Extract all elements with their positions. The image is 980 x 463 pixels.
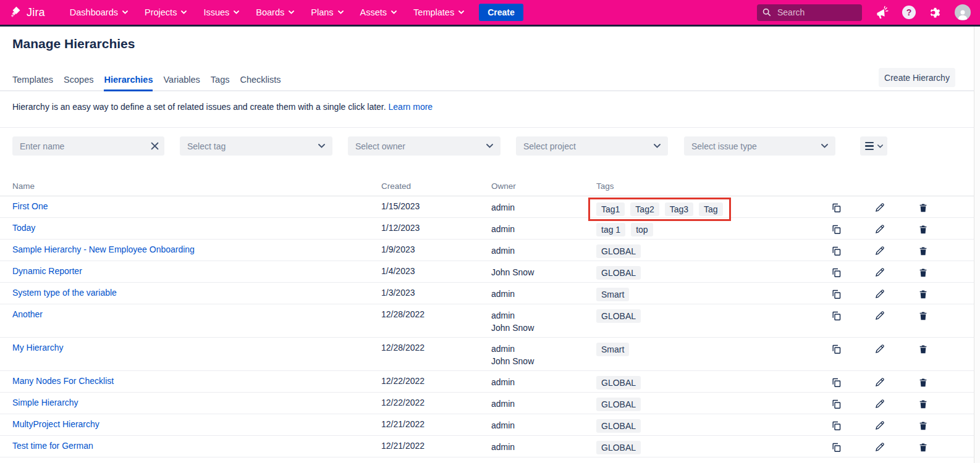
tags-cell: GLOBAL xyxy=(596,393,814,414)
chevron-down-icon xyxy=(338,10,344,14)
tag-group: tag 1top xyxy=(596,223,653,236)
page-description: Hierarchy is an easy way to define a set… xyxy=(12,102,433,112)
nav-item-templates[interactable]: Templates xyxy=(413,7,464,17)
tab-templates[interactable]: Templates xyxy=(12,75,53,90)
delete-button[interactable] xyxy=(915,440,932,454)
copy-button[interactable] xyxy=(827,440,845,454)
edit-cell xyxy=(858,304,902,337)
clear-name-button[interactable] xyxy=(151,142,159,150)
copy-button[interactable] xyxy=(827,396,845,411)
create-button[interactable]: Create xyxy=(479,4,523,21)
hierarchy-name-link[interactable]: Sample Hierarchy - New Employee Onboardi… xyxy=(12,244,195,254)
delete-button[interactable] xyxy=(915,341,932,356)
hierarchy-name-link[interactable]: Another xyxy=(12,309,43,319)
owner-cell: admin xyxy=(491,371,596,392)
hierarchy-name-link[interactable]: System type of the variable xyxy=(12,288,117,298)
delete-cell xyxy=(902,218,945,239)
issue-type-filter-select[interactable]: Select issue type xyxy=(684,136,835,156)
hierarchy-name-link[interactable]: Many Nodes For Checklist xyxy=(12,376,114,386)
edit-button[interactable] xyxy=(871,375,889,390)
tab-checklists[interactable]: Checklists xyxy=(240,75,281,90)
column-header-created: Created xyxy=(381,181,491,191)
user-avatar[interactable] xyxy=(955,4,971,20)
edit-button[interactable] xyxy=(871,341,889,356)
edit-button[interactable] xyxy=(871,243,889,258)
tab-scopes[interactable]: Scopes xyxy=(64,75,93,90)
copy-button[interactable] xyxy=(827,308,845,323)
name-filter-input[interactable] xyxy=(12,136,164,156)
nav-item-projects[interactable]: Projects xyxy=(145,7,187,17)
copy-button[interactable] xyxy=(827,286,845,301)
pencil-icon xyxy=(874,202,885,213)
delete-cell xyxy=(902,436,945,457)
tab-hierarchies[interactable]: Hierarchies xyxy=(104,75,153,91)
created-date: 12/28/2022 xyxy=(381,304,491,337)
vertical-scrollbar[interactable] xyxy=(974,27,980,463)
copy-icon xyxy=(831,377,842,388)
search-input[interactable] xyxy=(776,7,856,18)
copy-button[interactable] xyxy=(827,418,845,433)
edit-button[interactable] xyxy=(871,308,889,323)
learn-more-link[interactable]: Learn more xyxy=(389,102,433,112)
delete-button[interactable] xyxy=(915,200,932,215)
edit-button[interactable] xyxy=(871,200,889,215)
copy-button[interactable] xyxy=(827,265,845,280)
help-button[interactable]: ? xyxy=(902,6,916,19)
edit-cell xyxy=(858,371,902,392)
hierarchy-name-link[interactable]: My Hierarchy xyxy=(12,343,63,352)
section-divider xyxy=(0,127,974,128)
copy-button[interactable] xyxy=(827,341,845,356)
tag-filter-select[interactable]: Select tag xyxy=(180,136,332,156)
tag-group: Smart xyxy=(596,288,629,301)
tag-group: GLOBAL xyxy=(596,244,641,258)
nav-item-assets[interactable]: Assets xyxy=(360,7,397,17)
main-content: Manage Hierarchies TemplatesScopesHierar… xyxy=(0,27,974,463)
delete-button[interactable] xyxy=(915,286,932,301)
view-options-button[interactable] xyxy=(860,136,887,156)
tab-variables[interactable]: Variables xyxy=(163,75,200,90)
copy-button[interactable] xyxy=(827,200,845,215)
trash-icon xyxy=(918,442,928,453)
nav-item-dashboards[interactable]: Dashboards xyxy=(70,7,128,17)
search-box[interactable] xyxy=(757,4,862,21)
tab-tags[interactable]: Tags xyxy=(211,75,230,90)
edit-button[interactable] xyxy=(871,440,889,454)
hierarchy-name-link[interactable]: Simple Hierarchy xyxy=(12,398,78,407)
copy-button[interactable] xyxy=(827,222,845,236)
delete-button[interactable] xyxy=(915,418,932,433)
edit-button[interactable] xyxy=(871,265,889,280)
edit-button[interactable] xyxy=(871,418,889,433)
delete-button[interactable] xyxy=(915,222,932,236)
trash-icon xyxy=(918,246,928,256)
edit-button[interactable] xyxy=(871,222,889,236)
tag-pill: Smart xyxy=(596,343,629,356)
hierarchy-name-link[interactable]: Dynamic Reporter xyxy=(12,266,82,276)
copy-cell xyxy=(814,371,858,392)
jira-logo[interactable]: Jira xyxy=(9,6,45,19)
edit-button[interactable] xyxy=(871,286,889,301)
delete-button[interactable] xyxy=(915,243,932,258)
delete-button[interactable] xyxy=(915,396,932,411)
delete-button[interactable] xyxy=(915,308,932,323)
owner-filter-select[interactable]: Select owner xyxy=(348,136,501,156)
nav-item-plans[interactable]: Plans xyxy=(311,7,343,17)
settings-button[interactable] xyxy=(929,6,942,19)
nav-item-boards[interactable]: Boards xyxy=(256,7,294,17)
create-hierarchy-button[interactable]: Create Hierarchy xyxy=(879,68,955,87)
project-filter-select[interactable]: Select project xyxy=(516,136,668,156)
hierarchy-name-link[interactable]: Today xyxy=(12,223,35,233)
edit-button[interactable] xyxy=(871,396,889,411)
nav-item-issues[interactable]: Issues xyxy=(203,7,239,17)
hierarchy-name-link[interactable]: First One xyxy=(12,201,48,211)
hierarchy-name-link[interactable]: MultyProject Hierarchy xyxy=(12,419,99,429)
delete-button[interactable] xyxy=(915,265,932,280)
trash-icon xyxy=(918,344,928,354)
copy-button[interactable] xyxy=(827,375,845,390)
table-row: Simple Hierarchy 12/22/2022 admin GLOBAL xyxy=(0,393,974,414)
hierarchy-name-link[interactable]: Test time for German xyxy=(12,441,93,451)
tag-group: GLOBAL xyxy=(596,419,641,433)
copy-button[interactable] xyxy=(827,243,845,258)
x-icon xyxy=(151,142,159,150)
delete-button[interactable] xyxy=(915,375,932,390)
announcements-button[interactable] xyxy=(875,6,889,20)
